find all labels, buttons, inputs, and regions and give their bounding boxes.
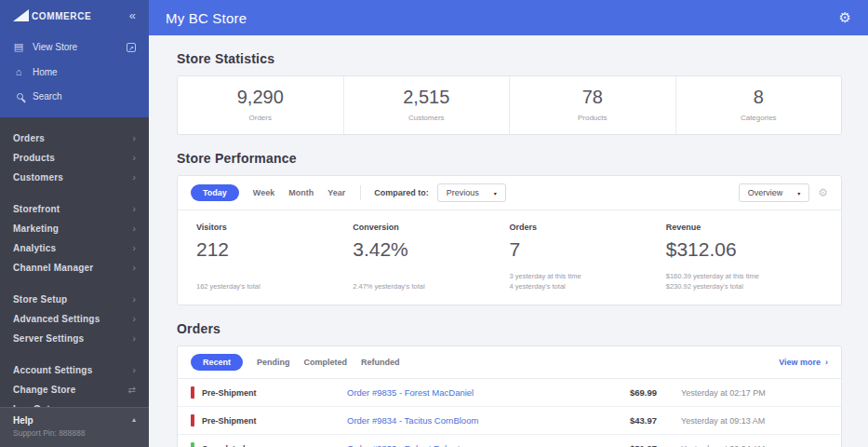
metric-orders: Orders 7 3 yesterday at this time 4 yest…: [510, 223, 666, 292]
compare-select[interactable]: Previous ▾: [437, 183, 506, 202]
sidebar-item-advanced-settings[interactable]: Advanced Settings ›: [0, 309, 149, 329]
orders-toolbar: Recent Pending Completed Refunded View m…: [178, 346, 841, 379]
chevron-right-icon: ›: [132, 243, 136, 253]
status-label: Completed: [202, 444, 246, 447]
sidebar-item-account-settings[interactable]: Account Settings ›: [0, 360, 149, 380]
top-header: My BC Store ⚙: [149, 0, 868, 35]
sidebar-item-store-setup[interactable]: Store Setup ›: [0, 290, 149, 309]
sidebar-collapse-icon[interactable]: «: [129, 9, 136, 21]
order-link[interactable]: Order #9835 - Forest MacDaniel: [347, 387, 597, 398]
dropdown-arrow-icon: ▾: [797, 190, 800, 196]
tab-month[interactable]: Month: [288, 188, 314, 197]
compared-to-label: Compared to:: [374, 188, 429, 197]
sidebar-item-analytics[interactable]: Analytics ›: [0, 238, 149, 258]
menu-label: Customers: [13, 172, 63, 183]
overview-select[interactable]: Overview ▾: [739, 183, 810, 202]
status-bar-icon: [191, 442, 194, 447]
order-price: $43.97: [597, 415, 657, 426]
metric-sub: $160.39 yesterday at this time: [666, 271, 822, 282]
metric-label: Revenue: [666, 223, 822, 232]
bigcommerce-sail-icon: [13, 9, 29, 21]
performance-settings-gear-icon[interactable]: ⚙: [818, 186, 828, 199]
metric-sub: 162 yesterday's total: [196, 281, 353, 292]
sidebar-item-home[interactable]: ⌂ Home: [13, 60, 136, 84]
sidebar-top-section: COMMERCE « ▤ View Store ↗ ⌂ Home Search: [0, 0, 149, 117]
home-label: Home: [33, 67, 58, 77]
sidebar-item-marketing[interactable]: Marketing ›: [0, 219, 149, 238]
stat-value: 78: [510, 87, 675, 108]
order-link[interactable]: Order #9834 - Tacitus CornBloom: [347, 415, 597, 426]
order-price: $81.97: [597, 443, 657, 447]
menu-label: Marketing: [13, 224, 59, 234]
menu-label: Analytics: [13, 243, 56, 253]
store-statistics-heading: Store Statistics: [177, 51, 842, 66]
metric-visitors: Visitors 212 162 yesterday's total: [196, 223, 353, 292]
sidebar-item-search[interactable]: Search: [13, 84, 136, 108]
order-row: Completed Order #9833 - Robert Robertson…: [178, 435, 841, 447]
stat-orders: 9,290 Orders: [178, 76, 344, 134]
compare-select-value: Previous: [447, 188, 479, 197]
sidebar-item-storefront[interactable]: Storefront ›: [0, 199, 149, 219]
menu-label: Orders: [13, 133, 45, 143]
menu-label: Server Settings: [13, 333, 84, 344]
orders-heading: Orders: [177, 321, 842, 336]
sidebar-item-server-settings[interactable]: Server Settings ›: [0, 329, 149, 348]
metric-sub: $230.92 yesterday's total: [666, 281, 822, 292]
metric-conversion: Conversion 3.42% 2.47% yesterday's total: [353, 223, 509, 292]
bigcommerce-logo-text: COMMERCE: [32, 11, 91, 21]
metric-label: Orders: [510, 223, 666, 232]
order-link[interactable]: Order #9833 - Robert Robertson: [347, 443, 597, 447]
sidebar-item-channel-manager[interactable]: Channel Manager ›: [0, 258, 149, 278]
search-label: Search: [33, 91, 62, 102]
divider: [360, 185, 361, 200]
status-label: Pre-Shipment: [202, 388, 257, 398]
tab-recent[interactable]: Recent: [191, 354, 243, 371]
order-row: Pre-Shipment Order #9834 - Tacitus CornB…: [178, 407, 841, 435]
tab-today[interactable]: Today: [191, 184, 239, 201]
sidebar-item-products[interactable]: Products ›: [0, 148, 149, 168]
stat-value: 9,290: [178, 87, 343, 108]
status-label: Pre-Shipment: [202, 416, 257, 426]
stat-products: 78 Products: [510, 76, 676, 134]
metric-revenue: Revenue $312.06 $160.39 yesterday at thi…: [666, 223, 822, 292]
tab-pending[interactable]: Pending: [257, 358, 290, 367]
search-icon: [13, 90, 24, 102]
metric-sub: 3 yesterday at this time: [510, 271, 666, 282]
settings-gear-icon[interactable]: ⚙: [839, 9, 851, 26]
store-performance-heading: Store Performance: [177, 151, 842, 166]
sidebar-item-view-store[interactable]: ▤ View Store ↗: [13, 34, 136, 60]
order-date: Yesterday at 09:13 AM: [681, 416, 828, 426]
view-more-label: View more: [779, 358, 821, 367]
store-performance-card: Today Week Month Year Compared to: Previ…: [177, 175, 842, 305]
sidebar-item-change-store[interactable]: Change Store ⇄: [0, 380, 149, 400]
order-status: Completed: [191, 442, 347, 447]
stat-customers: 2,515 Customers: [344, 76, 511, 134]
tab-refunded[interactable]: Refunded: [361, 358, 400, 367]
order-status: Pre-Shipment: [191, 386, 347, 399]
chevron-right-icon: ›: [132, 263, 136, 273]
orders-card: Recent Pending Completed Refunded View m…: [177, 345, 842, 447]
stat-label: Categories: [676, 114, 842, 122]
menu-label: Advanced Settings: [13, 314, 100, 324]
sidebar: COMMERCE « ▤ View Store ↗ ⌂ Home Search: [0, 0, 149, 447]
view-more-link[interactable]: View more ›: [779, 358, 828, 367]
overview-select-value: Overview: [748, 188, 783, 197]
metric-label: Visitors: [196, 223, 353, 232]
bigcommerce-logo[interactable]: COMMERCE: [13, 9, 91, 21]
tab-completed[interactable]: Completed: [304, 358, 348, 367]
help-panel[interactable]: Help ▴ Support Pin: 888888: [0, 407, 149, 447]
chevron-right-icon: ›: [132, 133, 136, 143]
status-bar-icon: [191, 414, 194, 427]
menu-label: Account Settings: [13, 365, 92, 375]
status-bar-icon: [191, 386, 194, 399]
sidebar-item-orders[interactable]: Orders ›: [0, 129, 149, 148]
metric-value: 3.42%: [353, 238, 509, 261]
tab-year[interactable]: Year: [327, 188, 345, 197]
stat-label: Products: [510, 114, 675, 122]
tab-week[interactable]: Week: [253, 188, 274, 197]
sidebar-item-customers[interactable]: Customers ›: [0, 168, 149, 187]
dropdown-arrow-icon: ▾: [494, 190, 497, 196]
chevron-right-icon: ›: [132, 172, 136, 183]
order-date: Yesterday at 09:04 AM: [681, 444, 828, 447]
page-title: My BC Store: [166, 10, 247, 26]
